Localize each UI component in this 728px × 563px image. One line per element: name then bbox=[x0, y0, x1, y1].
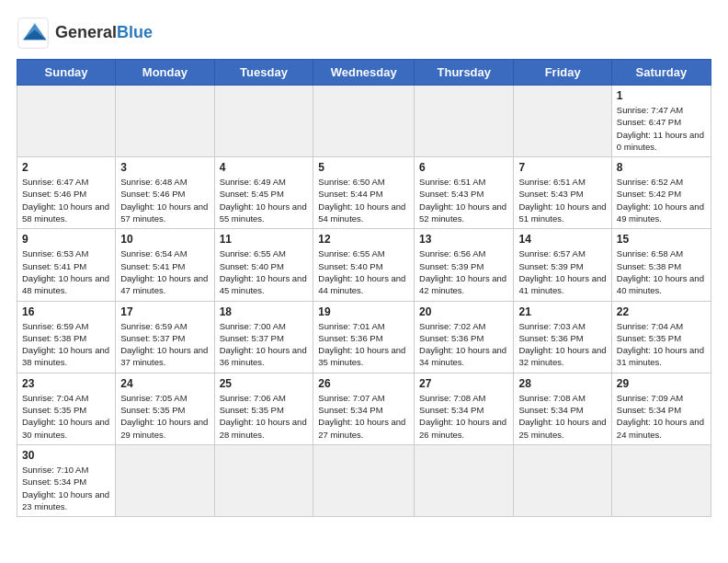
day-number: 27 bbox=[419, 377, 508, 390]
day-info: Sunrise: 7:10 AMSunset: 5:34 PMDaylight:… bbox=[22, 464, 110, 512]
calendar-cell: 15Sunrise: 6:58 AMSunset: 5:38 PMDayligh… bbox=[611, 229, 711, 301]
day-info: Sunrise: 6:55 AMSunset: 5:40 PMDaylight:… bbox=[220, 247, 309, 296]
calendar-cell: 29Sunrise: 7:09 AMSunset: 5:34 PMDayligh… bbox=[611, 373, 711, 444]
calendar-cell: 25Sunrise: 7:06 AMSunset: 5:35 PMDayligh… bbox=[214, 373, 313, 444]
calendar-week-row: 2Sunrise: 6:47 AMSunset: 5:46 PMDaylight… bbox=[17, 157, 711, 229]
day-number: 6 bbox=[419, 161, 508, 174]
day-number: 3 bbox=[120, 161, 209, 174]
day-info: Sunrise: 6:55 AMSunset: 5:40 PMDaylight:… bbox=[318, 247, 409, 296]
calendar-cell: 10Sunrise: 6:54 AMSunset: 5:41 PMDayligh… bbox=[116, 229, 214, 301]
header: GeneralBlue bbox=[17, 17, 711, 50]
calendar-cell: 27Sunrise: 7:08 AMSunset: 5:34 PMDayligh… bbox=[415, 373, 514, 444]
day-number: 22 bbox=[617, 305, 706, 318]
calendar-cell: 17Sunrise: 6:59 AMSunset: 5:37 PMDayligh… bbox=[116, 301, 214, 373]
calendar-cell: 26Sunrise: 7:07 AMSunset: 5:34 PMDayligh… bbox=[313, 373, 415, 444]
day-number: 7 bbox=[518, 161, 606, 174]
weekday-header-row: Sunday Monday Tuesday Wednesday Thursday… bbox=[17, 60, 711, 86]
day-info: Sunrise: 6:57 AMSunset: 5:39 PMDaylight:… bbox=[518, 247, 606, 296]
day-number: 29 bbox=[617, 377, 706, 390]
day-info: Sunrise: 6:47 AMSunset: 5:46 PMDaylight:… bbox=[22, 176, 110, 224]
calendar-cell: 11Sunrise: 6:55 AMSunset: 5:40 PMDayligh… bbox=[214, 229, 313, 301]
day-number: 11 bbox=[220, 233, 309, 246]
calendar-cell: 13Sunrise: 6:56 AMSunset: 5:39 PMDayligh… bbox=[415, 229, 514, 301]
header-monday: Monday bbox=[116, 60, 214, 86]
day-number: 10 bbox=[120, 233, 209, 246]
day-info: Sunrise: 7:06 AMSunset: 5:35 PMDaylight:… bbox=[220, 392, 309, 441]
day-number: 23 bbox=[22, 377, 110, 390]
day-number: 12 bbox=[318, 233, 409, 246]
calendar-cell: 14Sunrise: 6:57 AMSunset: 5:39 PMDayligh… bbox=[514, 229, 611, 301]
calendar-cell bbox=[116, 444, 214, 516]
calendar-cell: 5Sunrise: 6:50 AMSunset: 5:44 PMDaylight… bbox=[313, 157, 415, 229]
calendar-cell: 19Sunrise: 7:01 AMSunset: 5:36 PMDayligh… bbox=[313, 301, 415, 373]
day-number: 15 bbox=[617, 233, 706, 246]
calendar-cell: 9Sunrise: 6:53 AMSunset: 5:41 PMDaylight… bbox=[17, 229, 116, 301]
calendar-cell: 6Sunrise: 6:51 AMSunset: 5:43 PMDaylight… bbox=[415, 157, 514, 229]
day-number: 2 bbox=[22, 161, 110, 174]
day-info: Sunrise: 7:07 AMSunset: 5:34 PMDaylight:… bbox=[318, 392, 409, 441]
logo: GeneralBlue bbox=[17, 17, 153, 50]
day-info: Sunrise: 7:02 AMSunset: 5:36 PMDaylight:… bbox=[419, 320, 508, 369]
calendar-table: Sunday Monday Tuesday Wednesday Thursday… bbox=[17, 59, 711, 517]
day-number: 21 bbox=[518, 305, 606, 318]
day-number: 18 bbox=[220, 305, 309, 318]
header-sunday: Sunday bbox=[17, 60, 116, 86]
day-info: Sunrise: 7:09 AMSunset: 5:34 PMDaylight:… bbox=[617, 392, 706, 441]
day-info: Sunrise: 7:04 AMSunset: 5:35 PMDaylight:… bbox=[617, 320, 706, 369]
day-info: Sunrise: 6:59 AMSunset: 5:38 PMDaylight:… bbox=[22, 320, 110, 369]
calendar-cell bbox=[514, 86, 611, 157]
day-info: Sunrise: 7:01 AMSunset: 5:36 PMDaylight:… bbox=[318, 320, 409, 369]
calendar-cell bbox=[415, 444, 514, 516]
calendar-cell: 3Sunrise: 6:48 AMSunset: 5:46 PMDaylight… bbox=[116, 157, 214, 229]
header-tuesday: Tuesday bbox=[214, 60, 313, 86]
day-info: Sunrise: 6:54 AMSunset: 5:41 PMDaylight:… bbox=[120, 247, 209, 296]
day-info: Sunrise: 6:49 AMSunset: 5:45 PMDaylight:… bbox=[220, 176, 309, 224]
calendar-week-row: 30Sunrise: 7:10 AMSunset: 5:34 PMDayligh… bbox=[17, 444, 711, 516]
calendar-cell: 22Sunrise: 7:04 AMSunset: 5:35 PMDayligh… bbox=[611, 301, 711, 373]
header-friday: Friday bbox=[514, 60, 611, 86]
day-info: Sunrise: 6:58 AMSunset: 5:38 PMDaylight:… bbox=[617, 247, 706, 296]
calendar-week-row: 16Sunrise: 6:59 AMSunset: 5:38 PMDayligh… bbox=[17, 301, 711, 373]
calendar-cell bbox=[415, 86, 514, 157]
day-info: Sunrise: 7:03 AMSunset: 5:36 PMDaylight:… bbox=[518, 320, 606, 369]
day-number: 17 bbox=[120, 305, 209, 318]
day-number: 28 bbox=[518, 377, 606, 390]
logo-text: GeneralBlue bbox=[55, 24, 153, 42]
calendar-cell: 4Sunrise: 6:49 AMSunset: 5:45 PMDaylight… bbox=[214, 157, 313, 229]
calendar-cell: 18Sunrise: 7:00 AMSunset: 5:37 PMDayligh… bbox=[214, 301, 313, 373]
calendar-cell: 12Sunrise: 6:55 AMSunset: 5:40 PMDayligh… bbox=[313, 229, 415, 301]
day-info: Sunrise: 6:50 AMSunset: 5:44 PMDaylight:… bbox=[318, 176, 409, 224]
calendar-cell: 1Sunrise: 7:47 AMSunset: 6:47 PMDaylight… bbox=[611, 86, 711, 157]
day-number: 8 bbox=[617, 161, 706, 174]
day-number: 5 bbox=[318, 161, 409, 174]
calendar-cell: 30Sunrise: 7:10 AMSunset: 5:34 PMDayligh… bbox=[17, 444, 116, 516]
day-info: Sunrise: 7:00 AMSunset: 5:37 PMDaylight:… bbox=[220, 320, 309, 369]
day-number: 24 bbox=[120, 377, 209, 390]
day-number: 30 bbox=[22, 449, 110, 462]
calendar-cell: 16Sunrise: 6:59 AMSunset: 5:38 PMDayligh… bbox=[17, 301, 116, 373]
day-number: 4 bbox=[220, 161, 309, 174]
day-number: 16 bbox=[22, 305, 110, 318]
day-info: Sunrise: 7:05 AMSunset: 5:35 PMDaylight:… bbox=[120, 392, 209, 441]
day-info: Sunrise: 6:53 AMSunset: 5:41 PMDaylight:… bbox=[22, 247, 110, 296]
calendar-cell bbox=[611, 444, 711, 516]
calendar-cell bbox=[17, 86, 116, 157]
calendar-cell: 23Sunrise: 7:04 AMSunset: 5:35 PMDayligh… bbox=[17, 373, 116, 444]
calendar-cell: 28Sunrise: 7:08 AMSunset: 5:34 PMDayligh… bbox=[514, 373, 611, 444]
day-number: 19 bbox=[318, 305, 409, 318]
header-wednesday: Wednesday bbox=[313, 60, 415, 86]
header-thursday: Thursday bbox=[415, 60, 514, 86]
calendar-week-row: 23Sunrise: 7:04 AMSunset: 5:35 PMDayligh… bbox=[17, 373, 711, 444]
day-number: 9 bbox=[22, 233, 110, 246]
day-number: 13 bbox=[419, 233, 508, 246]
calendar-cell: 24Sunrise: 7:05 AMSunset: 5:35 PMDayligh… bbox=[116, 373, 214, 444]
day-info: Sunrise: 6:59 AMSunset: 5:37 PMDaylight:… bbox=[120, 320, 209, 369]
calendar-cell bbox=[514, 444, 611, 516]
calendar-cell: 8Sunrise: 6:52 AMSunset: 5:42 PMDaylight… bbox=[611, 157, 711, 229]
calendar-week-row: 9Sunrise: 6:53 AMSunset: 5:41 PMDaylight… bbox=[17, 229, 711, 301]
day-info: Sunrise: 7:04 AMSunset: 5:35 PMDaylight:… bbox=[22, 392, 110, 441]
day-info: Sunrise: 6:48 AMSunset: 5:46 PMDaylight:… bbox=[120, 176, 209, 224]
calendar-cell bbox=[313, 444, 415, 516]
calendar-cell bbox=[313, 86, 415, 157]
calendar-cell: 21Sunrise: 7:03 AMSunset: 5:36 PMDayligh… bbox=[514, 301, 611, 373]
